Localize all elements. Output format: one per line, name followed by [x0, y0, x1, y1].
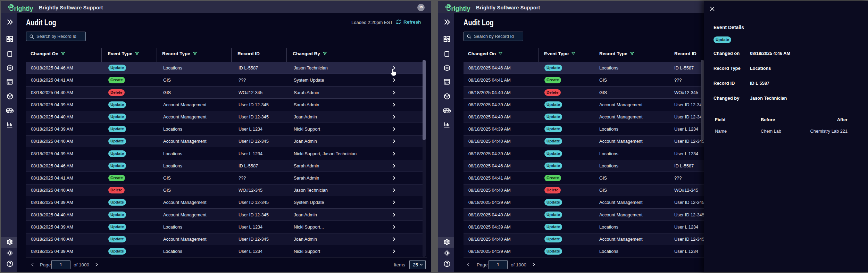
svg-text:rightly: rightly — [451, 5, 470, 12]
svg-text:rightly: rightly — [14, 5, 33, 12]
